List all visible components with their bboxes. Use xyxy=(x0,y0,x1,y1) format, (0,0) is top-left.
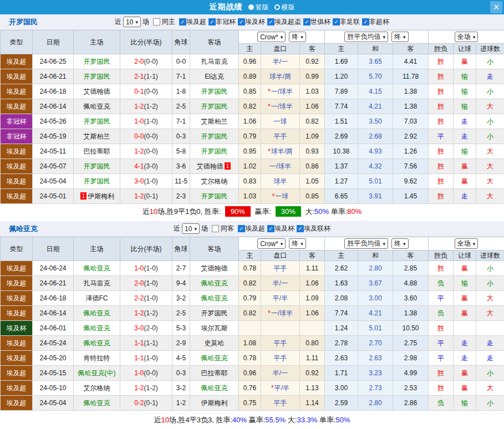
league-filter-label[interactable]: 非超杯 xyxy=(369,18,389,25)
league-filter-checkbox[interactable]: ✓ xyxy=(303,18,310,25)
score-cell: 1-0(0-0) xyxy=(120,366,172,381)
date-cell: 24-06-25 xyxy=(33,54,74,69)
asian-handicap: 球半/两 xyxy=(261,69,300,84)
league-filter-label[interactable]: 埃及联杯 xyxy=(304,224,330,232)
away-team-cell: 扎马雷克 xyxy=(190,54,239,69)
asian-away-odds: 0.93 xyxy=(300,144,325,159)
league-filter-checkbox[interactable]: ✓ xyxy=(238,18,245,25)
handicap-result-cell: 走 xyxy=(454,114,476,129)
league-filter-label[interactable]: 埃及杯 xyxy=(245,18,265,25)
league-filter-label[interactable]: 世俱杯 xyxy=(310,18,330,25)
same-venue-checkbox[interactable] xyxy=(212,225,219,232)
handicap-result-cell: 赢 xyxy=(454,366,476,381)
asian-handicap: 一/球半 xyxy=(261,159,300,174)
europe-draw-odds: 4.15 xyxy=(358,84,393,99)
league-filter-label[interactable]: 非冠杯 xyxy=(216,18,236,25)
vertical-layout-radio[interactable] xyxy=(248,4,254,10)
league-filter-checkbox[interactable]: ✓ xyxy=(333,18,340,25)
titlebar: 近期战绩 竖版 横版 ✕ xyxy=(0,0,504,14)
vertical-layout-label[interactable]: 竖版 xyxy=(256,3,269,12)
date-cell: 24-06-18 xyxy=(33,84,74,99)
summary-text: 50% xyxy=(314,207,329,216)
goals-result-cell: 大 xyxy=(476,306,504,321)
corners-cell: 5-3 xyxy=(172,321,190,336)
section-filters: 近 10▾ 场 同主 ✓埃及超✓非冠杯✓埃及杯✓埃及超盃✓世俱杯✓非足联✓非超杯 xyxy=(115,17,389,27)
league-filter-label[interactable]: 埃及超 xyxy=(245,224,265,232)
asian-final-select[interactable]: 终▾ xyxy=(289,238,306,249)
match-count-select[interactable]: 10▾ xyxy=(182,223,200,234)
col-type: 类型 xyxy=(1,237,33,261)
close-icon[interactable]: ✕ xyxy=(490,1,502,13)
col-wdl-result: 胜负 xyxy=(429,251,454,261)
date-cell: 24-05-04 xyxy=(33,174,74,189)
home-team-cell: 佩哈亚克 xyxy=(74,336,120,351)
europe-final-select[interactable]: 终▾ xyxy=(391,238,409,249)
europe-away-odds: 1.38 xyxy=(393,306,429,321)
date-cell: 24-06-21 xyxy=(33,276,74,291)
col-europe-home: 主 xyxy=(325,44,358,54)
same-venue-label[interactable]: 同客 xyxy=(221,224,234,233)
date-cell: 24-05-11 xyxy=(33,144,74,159)
date-cell: 24-06-14 xyxy=(33,306,74,321)
asian-handicap: *一/球半 xyxy=(261,84,300,99)
asian-away-odds: 1.06 xyxy=(300,99,325,114)
col-away: 客场 xyxy=(190,30,239,54)
europe-away-odds: 4.88 xyxy=(393,276,429,291)
match-row: 埃及超 24-06-21 开罗国民 2-1(1-1) 7-1 El达克 0.89… xyxy=(1,69,504,84)
bookmaker-select[interactable]: Crow*▾ xyxy=(257,32,286,42)
league-filter-checkbox[interactable]: ✓ xyxy=(238,225,245,232)
league-filter-checkbox[interactable]: ✓ xyxy=(179,18,186,25)
league-cell: 埃及超 xyxy=(1,381,33,396)
wdl-result-cell: 胜 xyxy=(429,174,454,189)
bookmaker-select[interactable]: Crow*▾ xyxy=(257,238,286,249)
horizontal-layout-radio[interactable] xyxy=(274,4,280,10)
near-label: 近 xyxy=(174,224,180,233)
league-filter-checkbox[interactable]: ✓ xyxy=(267,225,274,232)
scope-select[interactable]: 全场▾ xyxy=(455,32,478,42)
handicap-result-cell: 走 xyxy=(454,336,476,351)
league-filter-label[interactable]: 埃及超 xyxy=(186,18,206,25)
wdl-result-cell: 胜 xyxy=(429,381,454,396)
score-cell: 1-2(0-1) xyxy=(120,189,172,204)
summary-text: 55.5% xyxy=(265,416,286,424)
league-filter-label[interactable]: 非足联 xyxy=(340,18,360,25)
wdl-result-cell: 胜 xyxy=(429,189,454,204)
asian-away-odds: 1.09 xyxy=(300,129,325,144)
league-filter-label[interactable]: 埃及超盃 xyxy=(274,18,301,25)
europe-home-odds: 2.78 xyxy=(325,336,358,351)
league-filter-checkbox[interactable]: ✓ xyxy=(208,18,216,25)
league-cell: 埃及超 xyxy=(1,261,33,276)
europe-final-select[interactable]: 终▾ xyxy=(391,32,409,42)
asian-handicap: 平手 xyxy=(261,129,300,144)
league-filter-checkbox[interactable]: ✓ xyxy=(267,18,274,25)
same-venue-checkbox[interactable] xyxy=(153,18,160,25)
wdl-result-cell: 胜 xyxy=(429,54,454,69)
asian-final-select[interactable]: 终▾ xyxy=(289,32,306,42)
score-cell: 1-1(1-0) xyxy=(120,351,172,366)
goals-result-cell: 走 xyxy=(476,351,504,366)
wdl-average-select[interactable]: 胜平负均值▾ xyxy=(344,32,388,42)
league-filter-group: ✓埃及超✓非冠杯✓埃及杯✓埃及超盃✓世俱杯✓非足联✓非超杯 xyxy=(177,17,389,27)
same-venue-label[interactable]: 同主 xyxy=(162,17,175,27)
wdl-result-cell: 负 xyxy=(429,396,454,411)
summary-text: 场,胜9平1负0, 胜率: xyxy=(157,207,223,216)
home-team-cell: 佩哈亚克 xyxy=(74,321,120,336)
col-europe-away: 客 xyxy=(393,44,429,54)
league-filter-checkbox[interactable]: ✓ xyxy=(362,18,369,25)
league-cell: 埃及超 xyxy=(1,396,33,411)
wdl-result-cell: 胜 xyxy=(429,69,454,84)
league-filter-label[interactable]: 埃及杯 xyxy=(274,224,294,232)
handicap-star: * xyxy=(268,147,271,155)
home-team-cell: 开罗国民 xyxy=(74,54,120,69)
league-cell: 埃及超 xyxy=(1,306,33,321)
league-cell: 埃及超 xyxy=(1,174,33,189)
horizontal-layout-label[interactable]: 横版 xyxy=(282,3,295,12)
away-team-cell: 开罗国民 xyxy=(190,189,239,204)
league-filter-checkbox[interactable]: ✓ xyxy=(297,225,304,232)
corners-cell: 3-6 xyxy=(172,159,190,174)
summary-text: 场,胜4平3负3, 胜率: xyxy=(169,416,232,424)
match-count-select[interactable]: 10▾ xyxy=(123,17,141,27)
wdl-average-select[interactable]: 胜平负均值▾ xyxy=(344,238,388,249)
date-cell: 24-05-24 xyxy=(33,336,74,351)
scope-select[interactable]: 全场▾ xyxy=(455,238,478,249)
